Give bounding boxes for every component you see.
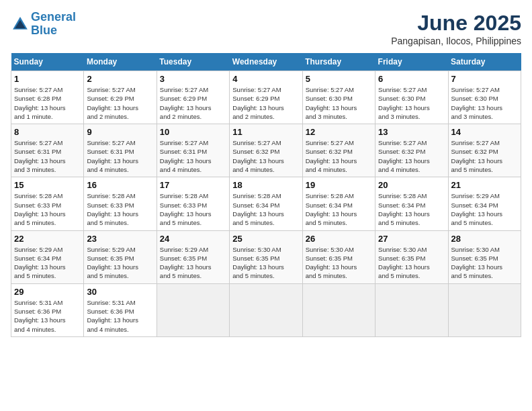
header-cell-monday: Monday bbox=[84, 53, 157, 71]
calendar-cell: 4Sunrise: 5:27 AM Sunset: 6:29 PM Daylig… bbox=[230, 71, 302, 124]
day-number: 20 bbox=[378, 180, 445, 190]
header-row: SundayMondayTuesdayWednesdayThursdayFrid… bbox=[11, 53, 521, 71]
month-title: June 2025 bbox=[391, 11, 521, 36]
location-subtitle: Pangapisan, Ilocos, Philippines bbox=[391, 36, 521, 46]
calendar-cell: 2Sunrise: 5:27 AM Sunset: 6:29 PM Daylig… bbox=[84, 71, 157, 124]
calendar-cell: 22Sunrise: 5:29 AM Sunset: 6:34 PM Dayli… bbox=[11, 230, 84, 283]
day-number: 13 bbox=[378, 127, 445, 137]
calendar-cell bbox=[302, 283, 375, 336]
day-number: 2 bbox=[87, 74, 153, 84]
header-cell-friday: Friday bbox=[375, 53, 448, 71]
calendar-body: 1Sunrise: 5:27 AM Sunset: 6:28 PM Daylig… bbox=[11, 71, 521, 337]
day-number: 17 bbox=[160, 180, 226, 190]
calendar-cell bbox=[230, 283, 302, 336]
calendar-cell: 13Sunrise: 5:27 AM Sunset: 6:32 PM Dayli… bbox=[375, 124, 448, 177]
day-number: 19 bbox=[306, 180, 372, 190]
day-info: Sunrise: 5:30 AM Sunset: 6:35 PM Dayligh… bbox=[378, 245, 445, 281]
day-info: Sunrise: 5:30 AM Sunset: 6:35 PM Dayligh… bbox=[232, 245, 299, 281]
logo-general: General bbox=[31, 10, 76, 24]
day-number: 24 bbox=[160, 234, 226, 244]
calendar-cell bbox=[448, 283, 521, 336]
calendar-cell: 5Sunrise: 5:27 AM Sunset: 6:30 PM Daylig… bbox=[302, 71, 375, 124]
day-number: 7 bbox=[451, 74, 518, 84]
logo-blue: Blue bbox=[31, 24, 57, 37]
day-info: Sunrise: 5:27 AM Sunset: 6:32 PM Dayligh… bbox=[378, 138, 445, 174]
calendar-cell: 23Sunrise: 5:29 AM Sunset: 6:35 PM Dayli… bbox=[84, 230, 157, 283]
day-info: Sunrise: 5:29 AM Sunset: 6:35 PM Dayligh… bbox=[87, 245, 153, 281]
day-info: Sunrise: 5:29 AM Sunset: 6:35 PM Dayligh… bbox=[160, 245, 226, 281]
calendar-cell: 18Sunrise: 5:28 AM Sunset: 6:34 PM Dayli… bbox=[230, 177, 302, 230]
calendar-cell: 28Sunrise: 5:30 AM Sunset: 6:35 PM Dayli… bbox=[448, 230, 521, 283]
calendar-cell: 1Sunrise: 5:27 AM Sunset: 6:28 PM Daylig… bbox=[11, 71, 84, 124]
day-number: 27 bbox=[378, 234, 445, 244]
logo-text: General Blue bbox=[31, 11, 76, 38]
day-number: 9 bbox=[87, 127, 153, 137]
day-info: Sunrise: 5:31 AM Sunset: 6:36 PM Dayligh… bbox=[87, 298, 153, 334]
calendar-cell: 21Sunrise: 5:29 AM Sunset: 6:34 PM Dayli… bbox=[448, 177, 521, 230]
day-number: 14 bbox=[451, 127, 518, 137]
day-info: Sunrise: 5:30 AM Sunset: 6:35 PM Dayligh… bbox=[306, 245, 372, 281]
calendar-cell: 12Sunrise: 5:27 AM Sunset: 6:32 PM Dayli… bbox=[302, 124, 375, 177]
day-info: Sunrise: 5:27 AM Sunset: 6:29 PM Dayligh… bbox=[160, 85, 226, 121]
day-number: 29 bbox=[14, 287, 81, 297]
day-number: 4 bbox=[232, 74, 299, 84]
day-info: Sunrise: 5:27 AM Sunset: 6:32 PM Dayligh… bbox=[306, 138, 372, 174]
day-number: 12 bbox=[306, 127, 372, 137]
header-cell-wednesday: Wednesday bbox=[230, 53, 302, 71]
calendar-week-row: 29Sunrise: 5:31 AM Sunset: 6:36 PM Dayli… bbox=[11, 283, 521, 336]
day-info: Sunrise: 5:28 AM Sunset: 6:34 PM Dayligh… bbox=[232, 191, 299, 227]
day-info: Sunrise: 5:29 AM Sunset: 6:34 PM Dayligh… bbox=[14, 245, 81, 281]
calendar-cell: 8Sunrise: 5:27 AM Sunset: 6:31 PM Daylig… bbox=[11, 124, 84, 177]
logo-icon bbox=[11, 15, 30, 34]
logo: General Blue bbox=[11, 11, 76, 38]
day-number: 30 bbox=[87, 287, 153, 297]
header-cell-sunday: Sunday bbox=[11, 53, 84, 71]
day-info: Sunrise: 5:30 AM Sunset: 6:35 PM Dayligh… bbox=[451, 245, 518, 281]
calendar-cell: 29Sunrise: 5:31 AM Sunset: 6:36 PM Dayli… bbox=[11, 283, 84, 336]
calendar-week-row: 15Sunrise: 5:28 AM Sunset: 6:33 PM Dayli… bbox=[11, 177, 521, 230]
day-number: 6 bbox=[378, 74, 445, 84]
calendar-cell bbox=[157, 283, 229, 336]
header-cell-tuesday: Tuesday bbox=[157, 53, 229, 71]
calendar-cell: 14Sunrise: 5:27 AM Sunset: 6:32 PM Dayli… bbox=[448, 124, 521, 177]
day-number: 22 bbox=[14, 234, 81, 244]
day-number: 16 bbox=[87, 180, 153, 190]
day-number: 18 bbox=[232, 180, 299, 190]
day-number: 5 bbox=[306, 74, 372, 84]
calendar-week-row: 8Sunrise: 5:27 AM Sunset: 6:31 PM Daylig… bbox=[11, 124, 521, 177]
calendar-cell: 16Sunrise: 5:28 AM Sunset: 6:33 PM Dayli… bbox=[84, 177, 157, 230]
day-info: Sunrise: 5:27 AM Sunset: 6:32 PM Dayligh… bbox=[451, 138, 518, 174]
day-info: Sunrise: 5:27 AM Sunset: 6:29 PM Dayligh… bbox=[87, 85, 153, 121]
calendar-cell: 24Sunrise: 5:29 AM Sunset: 6:35 PM Dayli… bbox=[157, 230, 229, 283]
day-number: 15 bbox=[14, 180, 81, 190]
day-info: Sunrise: 5:31 AM Sunset: 6:36 PM Dayligh… bbox=[14, 298, 81, 334]
day-info: Sunrise: 5:27 AM Sunset: 6:29 PM Dayligh… bbox=[232, 85, 299, 121]
calendar-cell: 30Sunrise: 5:31 AM Sunset: 6:36 PM Dayli… bbox=[84, 283, 157, 336]
day-info: Sunrise: 5:27 AM Sunset: 6:30 PM Dayligh… bbox=[451, 85, 518, 121]
calendar-cell: 11Sunrise: 5:27 AM Sunset: 6:32 PM Dayli… bbox=[230, 124, 302, 177]
day-info: Sunrise: 5:27 AM Sunset: 6:30 PM Dayligh… bbox=[306, 85, 372, 121]
title-block: June 2025 Pangapisan, Ilocos, Philippine… bbox=[391, 11, 521, 46]
day-number: 21 bbox=[451, 180, 518, 190]
calendar-cell: 10Sunrise: 5:27 AM Sunset: 6:31 PM Dayli… bbox=[157, 124, 229, 177]
calendar-table: SundayMondayTuesdayWednesdayThursdayFrid… bbox=[11, 53, 521, 337]
calendar-cell: 15Sunrise: 5:28 AM Sunset: 6:33 PM Dayli… bbox=[11, 177, 84, 230]
calendar-cell: 17Sunrise: 5:28 AM Sunset: 6:33 PM Dayli… bbox=[157, 177, 229, 230]
calendar-week-row: 1Sunrise: 5:27 AM Sunset: 6:28 PM Daylig… bbox=[11, 71, 521, 124]
calendar-cell: 19Sunrise: 5:28 AM Sunset: 6:34 PM Dayli… bbox=[302, 177, 375, 230]
calendar-cell: 25Sunrise: 5:30 AM Sunset: 6:35 PM Dayli… bbox=[230, 230, 302, 283]
header: General Blue June 2025 Pangapisan, Iloco… bbox=[11, 11, 521, 46]
calendar-header: SundayMondayTuesdayWednesdayThursdayFrid… bbox=[11, 53, 521, 71]
day-info: Sunrise: 5:28 AM Sunset: 6:34 PM Dayligh… bbox=[306, 191, 372, 227]
calendar-cell: 3Sunrise: 5:27 AM Sunset: 6:29 PM Daylig… bbox=[157, 71, 229, 124]
day-info: Sunrise: 5:28 AM Sunset: 6:33 PM Dayligh… bbox=[87, 191, 153, 227]
day-number: 11 bbox=[232, 127, 299, 137]
calendar-cell: 6Sunrise: 5:27 AM Sunset: 6:30 PM Daylig… bbox=[375, 71, 448, 124]
day-number: 23 bbox=[87, 234, 153, 244]
day-number: 1 bbox=[14, 74, 81, 84]
day-info: Sunrise: 5:27 AM Sunset: 6:31 PM Dayligh… bbox=[14, 138, 81, 174]
day-info: Sunrise: 5:28 AM Sunset: 6:34 PM Dayligh… bbox=[378, 191, 445, 227]
day-number: 10 bbox=[160, 127, 226, 137]
day-info: Sunrise: 5:27 AM Sunset: 6:30 PM Dayligh… bbox=[378, 85, 445, 121]
calendar-cell bbox=[375, 283, 448, 336]
